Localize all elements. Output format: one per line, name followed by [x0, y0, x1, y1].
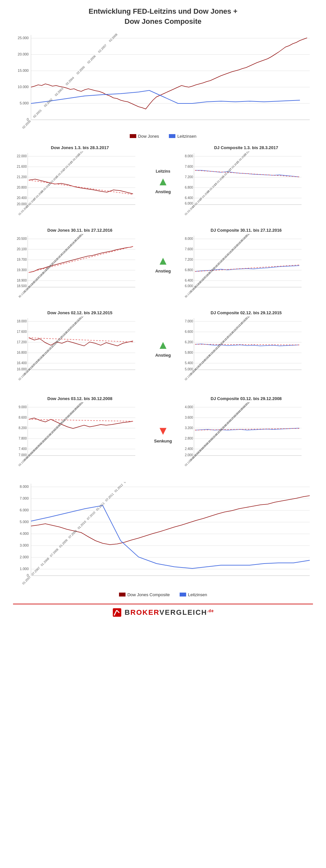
legend-dow-jones: Dow Jones	[130, 134, 159, 139]
svg-line-98	[29, 246, 133, 273]
section-4-right-title: DJ Composite 03.12. bis 29.12.2008	[179, 396, 313, 401]
svg-text:17.600: 17.600	[17, 330, 27, 334]
svg-text:22.12.2008: 22.12.2008	[244, 402, 256, 407]
svg-text:7.000: 7.000	[19, 453, 27, 457]
svg-text:7.800: 7.800	[19, 437, 27, 440]
section-3-left: Dow Jones 02.12. bis 29.12.2015 18.000 1…	[13, 310, 147, 386]
composite-chart: 8.000 7.000 6.000 5.000 4.000 3.000 2.00…	[13, 482, 313, 597]
section-2-arrow: ▲ Anstieg	[147, 255, 179, 274]
composite-chart-legend: Dow Jones Composite Leitzinsen	[13, 592, 313, 597]
legend-label-composite: Dow Jones Composite	[127, 592, 170, 597]
svg-text:02.2004: 02.2004	[65, 76, 75, 86]
svg-text:6.800: 6.800	[185, 268, 193, 272]
svg-text:20.400: 20.400	[17, 196, 27, 200]
legend-label-composite-leitzins: Leitzinsen	[188, 592, 207, 597]
svg-text:01.2009: 01.2009	[58, 538, 68, 548]
svg-text:6.600: 6.600	[185, 330, 193, 334]
svg-text:20.500: 20.500	[17, 237, 27, 241]
svg-text:2.800: 2.800	[185, 437, 193, 440]
arrow-up-icon-2: ▲	[157, 255, 169, 267]
section-3-right-title: DJ Composite 02.12. bis 29.12.2015	[179, 310, 313, 315]
section-4-left: Dow Jones 03.12. bis 30.12.2008 9.000 8.…	[13, 396, 147, 472]
svg-text:2.000: 2.000	[20, 555, 29, 559]
svg-text:6.000: 6.000	[20, 508, 29, 512]
section-1-left: Dow Jones 1.3. bis 28.3.2017 22.000 21.6…	[13, 145, 147, 218]
section-4-left-title: Dow Jones 03.12. bis 30.12.2008	[13, 396, 147, 401]
svg-text:10.000: 10.000	[18, 85, 29, 89]
svg-text:16.000: 16.000	[17, 367, 27, 371]
svg-text:20.100: 20.100	[17, 247, 27, 251]
svg-rect-326	[113, 608, 121, 617]
svg-text:20.800: 20.800	[17, 186, 27, 189]
broker-footer: BROKERVERGLEICH.de	[13, 604, 313, 621]
section-3-arrow: ▲ Anstieg	[147, 339, 179, 358]
svg-text:20.12.2016: 20.12.2016	[78, 234, 89, 239]
svg-line-232	[29, 419, 133, 421]
section-4: Dow Jones 03.12. bis 30.12.2008 9.000 8.…	[13, 396, 313, 472]
svg-text:4.000: 4.000	[20, 532, 29, 535]
svg-text:22.000: 22.000	[17, 154, 27, 158]
svg-text:18.500: 18.500	[17, 284, 27, 288]
section-1-right-title: DJ Composite 1.3. bis 28.3.2017	[179, 145, 313, 150]
svg-text:8.200: 8.200	[19, 426, 27, 430]
page-title: Entwicklung FED-Leitzins und Dow Jones +…	[13, 6, 313, 27]
svg-text:8.000: 8.000	[185, 237, 193, 241]
svg-text:02.2001: 02.2001	[33, 108, 42, 119]
main-chart-legend: Dow Jones Leitzinsen	[13, 134, 313, 139]
svg-text:21.600: 21.600	[17, 165, 27, 168]
svg-text:07.2010: 07.2010	[86, 511, 96, 521]
arrow-up-icon: ▲	[157, 176, 169, 187]
legend-color-composite	[119, 593, 126, 596]
svg-text:8.000: 8.000	[20, 485, 29, 489]
svg-text:21.12.2015: 21.12.2015	[78, 316, 89, 321]
svg-text:6.400: 6.400	[185, 279, 193, 282]
svg-text:8.600: 8.600	[19, 416, 27, 419]
section-4-arrow: ▼ Senkung	[147, 425, 179, 443]
svg-text:02.2007: 02.2007	[97, 43, 107, 53]
svg-text:01.2010: 01.2010	[77, 520, 87, 530]
legend-color-dow	[130, 134, 136, 138]
svg-text:25.000: 25.000	[18, 36, 29, 40]
svg-text:20.000: 20.000	[18, 52, 29, 56]
svg-text:6.200: 6.200	[185, 340, 193, 344]
svg-text:02.2005: 02.2005	[76, 65, 86, 75]
legend-leitzinsen: Leitzinsen	[169, 134, 197, 139]
legend-label-leitzins: Leitzinsen	[177, 134, 197, 139]
section-4-right: DJ Composite 03.12. bis 29.12.2008 4.000…	[179, 396, 313, 472]
svg-text:3.200: 3.200	[185, 426, 193, 430]
svg-text:22.12.2008: 22.12.2008	[78, 402, 89, 407]
svg-text:5.000: 5.000	[20, 520, 29, 524]
section-1: Dow Jones 1.3. bis 28.3.2017 22.000 21.6…	[13, 145, 313, 218]
svg-text:7.400: 7.400	[19, 447, 27, 451]
svg-text:20.000: 20.000	[17, 202, 27, 206]
svg-text:02.2006: 02.2006	[87, 55, 97, 64]
section-2-right-title: DJ Composite 30.11. bis 27.12.2016	[179, 228, 313, 232]
svg-text:2.000: 2.000	[185, 453, 193, 457]
main-chart: 25.000 20.000 15.000 10.000 5.000 0 02	[13, 33, 313, 139]
svg-text:5.800: 5.800	[185, 351, 193, 354]
svg-text:07.2007: 07.2007	[31, 566, 41, 576]
svg-text:21.200: 21.200	[17, 175, 27, 179]
svg-text:07.2008: 07.2008	[49, 548, 59, 557]
section-2-right: DJ Composite 30.11. bis 27.12.2016 8.000…	[179, 228, 313, 301]
svg-text:6.000: 6.000	[185, 202, 193, 205]
svg-text:02.2002: 02.2002	[43, 98, 53, 107]
svg-text:15.000: 15.000	[18, 68, 29, 72]
svg-text:6.400: 6.400	[185, 196, 193, 200]
svg-text:16.800: 16.800	[17, 351, 27, 354]
section-3-right: DJ Composite 02.12. bis 29.12.2015 7.000…	[179, 310, 313, 386]
section-1-right: DJ Composite 1.3. bis 28.3.2017 8.000 7.…	[179, 145, 313, 218]
svg-text:2.400: 2.400	[185, 447, 193, 451]
svg-text:8.000: 8.000	[185, 154, 193, 158]
svg-text:23.03.2017: 23.03.2017	[243, 151, 255, 157]
svg-text:20.12.2016: 20.12.2016	[244, 234, 256, 239]
svg-text:18.900: 18.900	[17, 279, 27, 282]
svg-text:19.700: 19.700	[17, 258, 27, 261]
section-2: Dow Jones 30.11. bis 27.12.2016 20.500 2…	[13, 228, 313, 301]
svg-line-164	[29, 338, 133, 342]
svg-text:6.800: 6.800	[185, 186, 193, 189]
svg-text:02.2008: 02.2008	[108, 33, 118, 43]
svg-text:16.400: 16.400	[17, 361, 27, 365]
svg-text:7.200: 7.200	[185, 175, 193, 179]
section-3: Dow Jones 02.12. bis 29.12.2015 18.000 1…	[13, 310, 313, 386]
